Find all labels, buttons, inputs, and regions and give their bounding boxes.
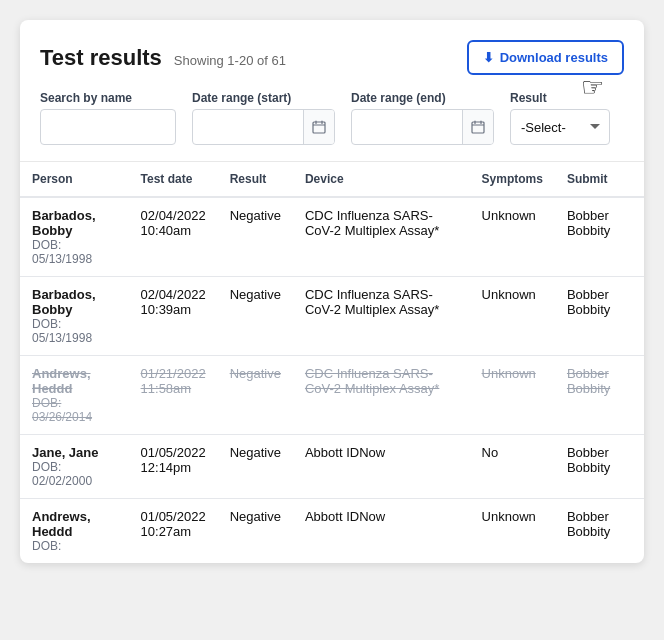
col-test-date: Test date bbox=[129, 162, 218, 197]
test-time: 10:27am bbox=[141, 524, 192, 539]
cell-date-0: 02/04/2022 10:40am bbox=[129, 197, 218, 277]
person-name: Jane, Jane bbox=[32, 445, 117, 460]
symptoms-value: No bbox=[482, 445, 499, 460]
table-wrapper: Person Test date Result Device Symptoms … bbox=[20, 162, 644, 563]
cell-device-3: Abbott IDNow bbox=[293, 435, 470, 499]
cell-date-4: 01/05/2022 10:27am bbox=[129, 499, 218, 564]
submitted-value: Bobber Bobbity bbox=[567, 287, 610, 317]
result-select[interactable]: -Select- Positive Negative Unknown bbox=[510, 109, 610, 145]
cell-submit-2: Bobber Bobbity bbox=[555, 356, 644, 435]
cell-date-1: 02/04/2022 10:39am bbox=[129, 277, 218, 356]
date-end-calendar-icon[interactable] bbox=[462, 110, 493, 144]
cell-result-1: Negative bbox=[218, 277, 293, 356]
test-date: 02/04/2022 bbox=[141, 208, 206, 223]
symptoms-value: Unknown bbox=[482, 509, 536, 524]
person-name: Andrews, Heddd bbox=[32, 509, 117, 539]
test-date: 01/05/2022 bbox=[141, 509, 206, 524]
table-row: Andrews, Heddd DOB: 01/05/2022 10:27am N… bbox=[20, 499, 644, 564]
download-icon: ⬇ bbox=[483, 50, 494, 65]
search-label: Search by name bbox=[40, 91, 176, 105]
table-row: Barbados, Bobby DOB:05/13/1998 02/04/202… bbox=[20, 277, 644, 356]
person-dob: DOB:03/26/2014 bbox=[32, 396, 117, 424]
download-label: Download results bbox=[500, 50, 608, 65]
test-date: 02/04/2022 bbox=[141, 287, 206, 302]
table-header-row: Person Test date Result Device Symptoms … bbox=[20, 162, 644, 197]
col-result: Result bbox=[218, 162, 293, 197]
date-start-label: Date range (start) bbox=[192, 91, 335, 105]
symptoms-value: Unknown bbox=[482, 208, 536, 223]
col-person: Person bbox=[20, 162, 129, 197]
result-filter-group: Result -Select- Positive Negative Unknow… bbox=[510, 91, 610, 145]
table-row: Jane, Jane DOB:02/02/2000 01/05/2022 12:… bbox=[20, 435, 644, 499]
header-top-row: Test results Showing 1-20 of 61 ⬇ Downlo… bbox=[40, 40, 624, 75]
result-value: Negative bbox=[230, 509, 281, 524]
svg-rect-0 bbox=[313, 122, 325, 133]
cell-result-4: Negative bbox=[218, 499, 293, 564]
result-value: Negative bbox=[230, 445, 281, 460]
device-value: CDC Influenza SARS-CoV-2 Multiplex Assay… bbox=[305, 208, 439, 238]
test-time: 10:40am bbox=[141, 223, 192, 238]
cell-symptoms-2: Unknown bbox=[470, 356, 555, 435]
col-symptoms: Symptoms bbox=[470, 162, 555, 197]
cell-result-0: Negative bbox=[218, 197, 293, 277]
date-end-filter-group: Date range (end) bbox=[351, 91, 494, 145]
page-title: Test results bbox=[40, 45, 162, 71]
cell-symptoms-3: No bbox=[470, 435, 555, 499]
cell-result-3: Negative bbox=[218, 435, 293, 499]
svg-rect-4 bbox=[472, 122, 484, 133]
submitted-value: Bobber Bobbity bbox=[567, 208, 610, 238]
test-time: 10:39am bbox=[141, 302, 192, 317]
cell-submit-4: Bobber Bobbity bbox=[555, 499, 644, 564]
col-device: Device bbox=[293, 162, 470, 197]
cell-person-2: Andrews, Heddd DOB:03/26/2014 bbox=[20, 356, 129, 435]
table-body: Barbados, Bobby DOB:05/13/1998 02/04/202… bbox=[20, 197, 644, 563]
date-start-filter-group: Date range (start) bbox=[192, 91, 335, 145]
test-date: 01/21/2022 bbox=[141, 366, 206, 381]
cell-date-3: 01/05/2022 12:14pm bbox=[129, 435, 218, 499]
download-results-button[interactable]: ⬇ Download results bbox=[467, 40, 624, 75]
submitted-value: Bobber Bobbity bbox=[567, 366, 610, 396]
search-input[interactable] bbox=[40, 109, 176, 145]
cell-symptoms-0: Unknown bbox=[470, 197, 555, 277]
date-start-calendar-icon[interactable] bbox=[303, 110, 334, 144]
device-value: CDC Influenza SARS-CoV-2 Multiplex Assay… bbox=[305, 366, 439, 396]
date-end-input-wrapper bbox=[351, 109, 494, 145]
cell-person-0: Barbados, Bobby DOB:05/13/1998 bbox=[20, 197, 129, 277]
result-value: Negative bbox=[230, 366, 281, 381]
date-end-input[interactable] bbox=[352, 114, 462, 141]
col-submit: Submit bbox=[555, 162, 644, 197]
cell-person-3: Jane, Jane DOB:02/02/2000 bbox=[20, 435, 129, 499]
download-area: ⬇ Download results ☞ bbox=[467, 40, 624, 75]
cell-device-1: CDC Influenza SARS-CoV-2 Multiplex Assay… bbox=[293, 277, 470, 356]
cell-submit-3: Bobber Bobbity bbox=[555, 435, 644, 499]
symptoms-value: Unknown bbox=[482, 366, 536, 381]
device-value: Abbott IDNow bbox=[305, 445, 385, 460]
person-dob: DOB: bbox=[32, 539, 117, 553]
cell-symptoms-1: Unknown bbox=[470, 277, 555, 356]
symptoms-value: Unknown bbox=[482, 287, 536, 302]
filters-row: Search by name Date range (start) bbox=[40, 91, 624, 145]
person-name: Barbados, Bobby bbox=[32, 287, 117, 317]
person-name: Barbados, Bobby bbox=[32, 208, 117, 238]
header-left: Test results Showing 1-20 of 61 bbox=[40, 45, 286, 71]
person-dob: DOB:05/13/1998 bbox=[32, 238, 117, 266]
search-filter-group: Search by name bbox=[40, 91, 176, 145]
cell-device-2: CDC Influenza SARS-CoV-2 Multiplex Assay… bbox=[293, 356, 470, 435]
date-end-label: Date range (end) bbox=[351, 91, 494, 105]
results-table: Person Test date Result Device Symptoms … bbox=[20, 162, 644, 563]
cell-device-4: Abbott IDNow bbox=[293, 499, 470, 564]
result-value: Negative bbox=[230, 208, 281, 223]
person-dob: DOB:05/13/1998 bbox=[32, 317, 117, 345]
table-row: Andrews, Heddd DOB:03/26/2014 01/21/2022… bbox=[20, 356, 644, 435]
cell-person-1: Barbados, Bobby DOB:05/13/1998 bbox=[20, 277, 129, 356]
submitted-value: Bobber Bobbity bbox=[567, 509, 610, 539]
device-value: CDC Influenza SARS-CoV-2 Multiplex Assay… bbox=[305, 287, 439, 317]
date-start-input[interactable] bbox=[193, 114, 303, 141]
result-value: Negative bbox=[230, 287, 281, 302]
table-header: Person Test date Result Device Symptoms … bbox=[20, 162, 644, 197]
test-time: 11:58am bbox=[141, 381, 192, 396]
test-results-card: Test results Showing 1-20 of 61 ⬇ Downlo… bbox=[20, 20, 644, 563]
person-dob: DOB:02/02/2000 bbox=[32, 460, 117, 488]
table-row: Barbados, Bobby DOB:05/13/1998 02/04/202… bbox=[20, 197, 644, 277]
device-value: Abbott IDNow bbox=[305, 509, 385, 524]
